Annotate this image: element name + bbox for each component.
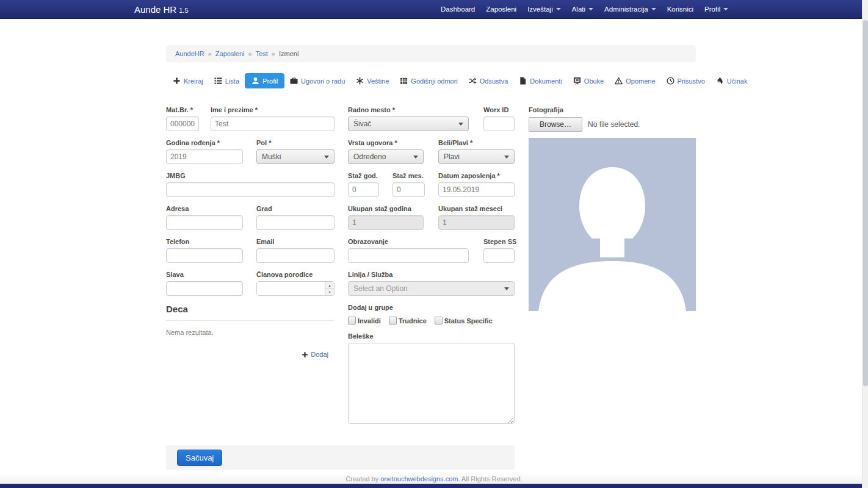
field-staz-mes: Staž mes. [392, 172, 425, 197]
stepen-ss-input[interactable] [483, 248, 515, 263]
tab-odsustva[interactable]: Odsustva [463, 73, 513, 88]
adresa-input[interactable] [166, 215, 243, 230]
breadcrumb-link-test[interactable]: Test [256, 50, 268, 57]
tab-label: Veštine [367, 77, 389, 85]
photo-placeholder [529, 138, 696, 311]
godina-rodjenja-input[interactable] [166, 149, 243, 164]
spinner-down-button[interactable]: ▾ [325, 289, 334, 296]
radno-mesto-select[interactable]: Šivač [348, 117, 469, 131]
tab-vestine[interactable]: Veštine [350, 73, 394, 88]
chevron-down-icon [413, 156, 418, 159]
field-ime-i-prezime: Ime i prezime * [211, 106, 335, 131]
telefon-input[interactable] [166, 248, 243, 263]
breadcrumb-link-zaposleni[interactable]: Zaposleni [215, 50, 245, 57]
field-vrsta-ugovora: Vrsta ugovora * Određeno [348, 139, 424, 164]
nav-item-administracija[interactable]: Administracija [599, 5, 662, 13]
nav-item-korisnici[interactable]: Korisnici [662, 5, 699, 13]
browse-button[interactable]: Browse… [529, 117, 582, 132]
nav-item-label: Alati [572, 5, 585, 13]
checkbox-invalidi[interactable]: Invalidi [348, 317, 381, 325]
tab-label: Kreiraj [184, 77, 203, 85]
tab-profil[interactable]: Profil [245, 73, 284, 88]
field-label: Mat.Br. * [166, 106, 199, 113]
plus-icon [302, 351, 308, 358]
nav-item-dashboard[interactable]: Dashboard [435, 5, 480, 13]
checkbox-trudnice[interactable]: Trudnice [389, 317, 427, 325]
tab-label: Lista [225, 77, 239, 85]
field-godina-rodjenja: Godina rođenja * [166, 139, 243, 164]
pol-select[interactable]: Muški [256, 149, 335, 164]
checkbox[interactable] [389, 317, 397, 325]
tab-ugovori-o-radu[interactable]: Ugovori o radu [284, 73, 350, 88]
field-label: Godina rođenja * [166, 139, 243, 146]
staz-god-input[interactable] [348, 182, 379, 197]
groups-section: Dodaj u grupe Invalidi Trudnice Statu [348, 304, 515, 424]
nav-item-profil[interactable]: Profil [699, 5, 734, 13]
checkbox-label: Status Specific [444, 317, 493, 325]
profile-form: Mat.Br. * Ime i prezime * Radno mesto * … [166, 106, 696, 470]
tab-obuke[interactable]: Obuke [568, 73, 609, 88]
nav-item-izvestaji[interactable]: Izveštaji [522, 5, 566, 13]
nav-item-label: Korisnici [667, 5, 693, 13]
field-beli-plavi: Beli/Plavi * Plavi [438, 139, 515, 164]
jmbg-input[interactable] [166, 182, 335, 197]
field-label: Datum zaposlenja * [438, 172, 515, 179]
footer-link-onetouch[interactable]: onetouchwebdesigns.com [380, 475, 458, 483]
breadcrumb-link-home[interactable]: AundeHR [175, 50, 204, 57]
clanova-porodice-input[interactable] [257, 282, 325, 295]
staz-mes-input[interactable] [392, 182, 425, 197]
tab-dokumenti[interactable]: Dokumenti [513, 73, 568, 88]
checkbox-status-specific[interactable]: Status Specific [435, 317, 493, 325]
breadcrumb-current: Izmeni [279, 50, 298, 57]
field-label: Ukupan staž meseci [438, 205, 515, 212]
nav-item-alati[interactable]: Alati [566, 5, 599, 13]
tab-prisustvo[interactable]: Prisustvo [661, 73, 711, 88]
ime-i-prezime-input[interactable] [211, 117, 335, 131]
clanova-porodice-number-field: ▴ ▾ [256, 281, 335, 296]
tab-opomene[interactable]: Opomene [609, 73, 660, 88]
field-label: Telefon [166, 238, 243, 245]
briefcase-icon [290, 77, 298, 85]
mat-br-input[interactable] [166, 117, 199, 131]
field-adresa: Adresa [166, 205, 243, 230]
tab-godisnji-odmori[interactable]: Godišnji odmori [394, 73, 463, 88]
spinner-up-button[interactable]: ▴ [325, 282, 334, 289]
worx-id-input[interactable] [483, 117, 515, 131]
footer-text: . All Rights Reserved. [458, 475, 522, 483]
checkbox[interactable] [348, 317, 356, 325]
datum-zaposlenja-input[interactable] [438, 182, 515, 197]
vrsta-ugovora-select[interactable]: Određeno [348, 149, 424, 164]
blackboard-icon [573, 77, 581, 85]
tab-lista[interactable]: Lista [209, 73, 245, 88]
tab-kreiraj[interactable]: Kreiraj [167, 73, 209, 88]
beleske-label: Beleške [348, 332, 515, 340]
grad-input[interactable] [256, 215, 335, 230]
field-label: Članova porodice [256, 271, 335, 278]
email-input[interactable] [256, 248, 335, 263]
checkbox[interactable] [435, 317, 443, 325]
save-button[interactable]: Sačuvaj [177, 450, 222, 466]
app-brand[interactable]: Aunde HR 1.5 [134, 4, 189, 15]
tab-label: Dokumenti [530, 77, 562, 85]
clock-icon [667, 77, 675, 85]
add-child-link[interactable]: Dodaj [302, 351, 328, 358]
scrollbar-track[interactable] [862, 0, 868, 488]
field-label: Radno mesto * [348, 106, 469, 113]
field-label: Ukupan staž godina [348, 205, 424, 212]
nav-item-zaposleni[interactable]: Zaposleni [480, 5, 522, 13]
tab-label: Godišnji odmori [411, 77, 457, 85]
beli-plavi-select[interactable]: Plavi [438, 149, 515, 164]
slava-input[interactable] [166, 281, 243, 296]
groups-label: Dodaj u grupe [348, 304, 515, 311]
field-label: Linija / Služba [348, 271, 515, 278]
linija-sluzba-select[interactable]: Select an Option [348, 281, 515, 296]
top-navbar: Aunde HR 1.5 Dashboard Zaposleni Izvešta… [0, 0, 868, 19]
nav-item-label: Izveštaji [527, 5, 553, 13]
tab-ucinak[interactable]: Učinak [711, 73, 753, 88]
field-label: Adresa [166, 205, 243, 212]
beleske-textarea[interactable] [348, 343, 515, 424]
tab-label: Odsustva [480, 77, 508, 85]
plus-icon [173, 77, 181, 85]
obrazovanje-input[interactable] [348, 248, 469, 263]
scrollbar-thumb[interactable] [863, 20, 868, 386]
